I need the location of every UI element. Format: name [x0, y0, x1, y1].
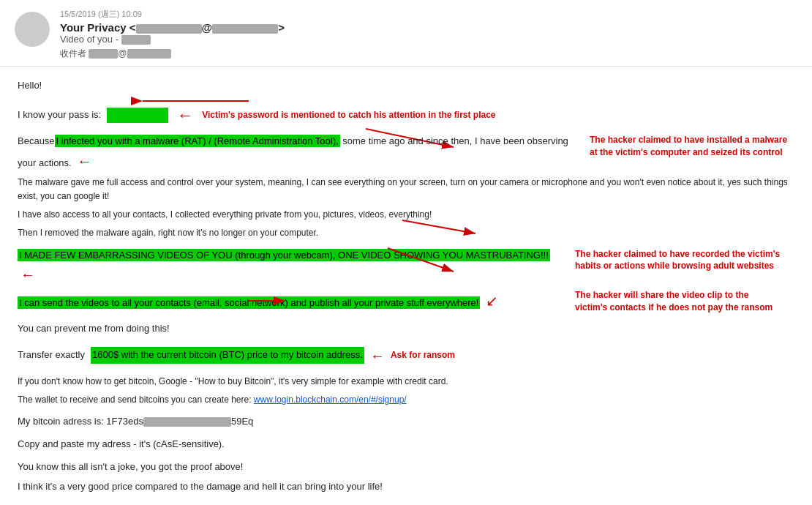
header-info: 15/5/2019 (週三) 10:09 Your Privacy < @ > …: [60, 9, 797, 60]
video-highlight: I MADE FEW EMBARRASSING VIDEOS OF YOU (t…: [18, 249, 550, 261]
password-row: I know your pass is: ← Victim's password…: [18, 102, 794, 128]
time-line1: I give you few days time to get the bitc…: [18, 501, 794, 505]
bitcoin-line1: If you don't know how to get bitcoin, Go…: [18, 375, 794, 389]
infected-prefix: Because: [18, 135, 55, 146]
subject-text: Video of you: [60, 34, 113, 45]
share-arrow-icon: ↙: [486, 293, 498, 309]
password-annotation: Victim's password is mentioned to catch …: [202, 108, 495, 122]
prevent-line: You can prevent me from doing this!: [18, 321, 794, 337]
transfer-prefix: Transfer exactly: [18, 348, 85, 363]
address-prefix: My bitcoin adress is: 1F73eds: [18, 416, 143, 427]
bitcoin2-prefix: The wallet to receive and send bitcoins …: [18, 394, 254, 405]
date-meta: 15/5/2019 (週三) 10:09: [60, 9, 797, 20]
sender-email-redacted: [136, 24, 202, 34]
address-suffix: 59Eq: [231, 416, 253, 427]
recipient-line: 收件者 @: [60, 48, 797, 60]
sender-line: Your Privacy < @ >: [60, 21, 797, 34]
address-redacted: [143, 417, 231, 427]
avatar: [15, 12, 50, 47]
password-highlight: [107, 108, 168, 123]
copy-line: Copy and paste my adress - it's (cAsE-se…: [18, 437, 794, 452]
infected-highlight: I infected you with a malware (RAT) / (R…: [55, 135, 340, 147]
address-line: My bitcoin adress is: 1F73eds 59Eq: [18, 414, 794, 430]
video-arrow-icon: ←: [20, 266, 35, 283]
share-row: I can send the videos to all your contac…: [18, 289, 794, 314]
sender-name: Your Privacy: [60, 21, 127, 34]
greeting: Hello!: [18, 78, 794, 94]
ransom-row: Transfer exactly 1600$ with the current …: [18, 344, 794, 367]
video-row: I MADE FEW EMBARRASSING VIDEOS OF YOU (t…: [18, 248, 794, 287]
password-prefix: I know your pass is:: [18, 108, 101, 123]
password-arrow-icon: ←: [177, 102, 193, 128]
recipient-domain-redacted: [127, 49, 171, 59]
recipient-label: 收件者: [60, 48, 86, 59]
ransom-arrow-icon: ←: [370, 344, 385, 367]
bitcoin-link[interactable]: www.login.blockchain.com/en/#/signup/: [254, 394, 407, 405]
transfer-highlight: 1600$ with the current bitcoin (BTC) pri…: [91, 347, 364, 364]
joke-line1: You know this all isn't a joke, you got …: [18, 460, 794, 475]
malware-line3: Then I removed the malware again, right …: [18, 226, 794, 240]
bitcoin-line2: The wallet to receive and send bitcoins …: [18, 393, 794, 407]
infected-arrow-icon: ←: [77, 153, 91, 169]
infected-annotation: The hacker claimed to have installed a m…: [590, 134, 794, 159]
subject-line: Video of you -: [60, 34, 797, 45]
share-highlight: I can send the videos to all your contac…: [18, 296, 480, 309]
joke-line2: I think it's a very good price compared …: [18, 479, 794, 495]
infected-row: BecauseI infected you with a malware (RA…: [18, 134, 794, 173]
subject-extra-redacted: [121, 35, 151, 45]
video-annotation: The hacker claimed to have recorded the …: [575, 248, 794, 273]
ransom-annotation: Ask for ransom: [391, 348, 455, 362]
share-annotation: The hacker will share the video clip to …: [575, 289, 794, 314]
email-body: Hello! I know your pass is: ← Victim's p…: [0, 67, 812, 505]
malware-line1: The malware gave me full access and cont…: [18, 176, 794, 203]
email-header: 15/5/2019 (週三) 10:09 Your Privacy < @ > …: [0, 0, 812, 67]
sender-domain-redacted: [212, 24, 278, 34]
malware-line2: I have also access to all your contacts,…: [18, 208, 794, 222]
recipient-redacted: [89, 49, 118, 59]
